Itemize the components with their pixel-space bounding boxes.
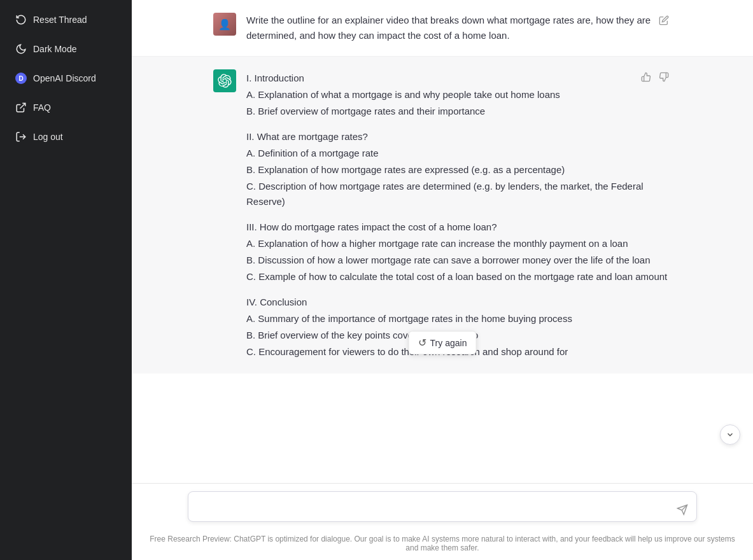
outline-point: B. Explanation of how mortgage rates are…	[246, 162, 672, 178]
outline-point: C. Example of how to calculate the total…	[246, 269, 672, 284]
send-button[interactable]	[674, 501, 691, 518]
user-message-text: Write the outline for an explainer video…	[246, 13, 672, 43]
try-again-tooltip[interactable]: ↺ Try again	[409, 331, 477, 354]
outline-point: C. Description of how mortgage rates are…	[246, 179, 672, 209]
sidebar-item-label: OpenAI Discord	[33, 73, 96, 83]
outline-heading: II. What are mortgage rates?	[246, 129, 672, 144]
outline-point: A. Summary of the importance of mortgage…	[246, 311, 672, 326]
ai-message-content: I. IntroductionA. Explanation of what a …	[246, 69, 672, 361]
outline-point: A. Explanation of how a higher mortgage …	[246, 236, 672, 251]
chat-area[interactable]: 👤 Write the outline for an explainer vid…	[132, 0, 753, 483]
moon-icon	[15, 43, 27, 55]
outline-heading: I. Introduction	[246, 71, 672, 86]
user-message-actions	[656, 13, 672, 28]
outline-heading: IV. Conclusion	[246, 295, 672, 310]
outline-point: A. Definition of a mortgage rate	[246, 146, 672, 161]
thumbs-down-button[interactable]	[656, 69, 672, 85]
sidebar-item-label: FAQ	[33, 102, 51, 113]
scroll-down-button[interactable]	[720, 424, 740, 445]
footer: Free Research Preview: ChatGPT is optimi…	[132, 529, 753, 560]
thumbs-up-button[interactable]	[638, 69, 654, 85]
footer-text: Free Research Preview: ChatGPT is optimi…	[150, 535, 735, 552]
sidebar-item-faq[interactable]: FAQ	[5, 94, 127, 121]
svg-line-0	[20, 103, 25, 108]
outline-point: B. Brief overview of mortgage rates and …	[246, 104, 672, 119]
user-avatar: 👤	[213, 13, 236, 36]
outline-section: III. How do mortgage rates impact the co…	[246, 220, 672, 284]
outline-section: I. IntroductionA. Explanation of what a …	[246, 71, 672, 119]
external-link-icon	[15, 102, 27, 113]
outline-heading: III. How do mortgage rates impact the co…	[246, 220, 672, 235]
sidebar-item-label: Dark Mode	[33, 44, 76, 54]
reset-icon	[15, 14, 27, 25]
sidebar: Reset Thread Dark Mode D OpenAI Discord …	[0, 0, 132, 560]
ai-message: I. IntroductionA. Explanation of what a …	[132, 57, 753, 374]
sidebar-item-label: Reset Thread	[33, 15, 87, 25]
sidebar-item-label: Log out	[33, 132, 63, 142]
logout-icon	[15, 131, 27, 143]
input-wrapper	[188, 491, 697, 524]
try-again-label: Try again	[430, 338, 467, 348]
outline-point: A. Explanation of what a mortgage is and…	[246, 87, 672, 102]
discord-icon: D	[15, 73, 27, 84]
outline-section: II. What are mortgage rates?A. Definitio…	[246, 129, 672, 209]
user-message: 👤 Write the outline for an explainer vid…	[132, 0, 753, 57]
outline-point: B. Discussion of how a lower mortgage ra…	[246, 253, 672, 268]
ai-message-actions	[638, 69, 672, 85]
sidebar-item-reset-thread[interactable]: Reset Thread	[5, 6, 127, 33]
refresh-icon: ↺	[418, 337, 426, 349]
sidebar-item-logout[interactable]: Log out	[5, 123, 127, 150]
sidebar-item-openai-discord[interactable]: D OpenAI Discord	[5, 65, 127, 92]
input-area	[132, 483, 753, 529]
ai-avatar	[213, 69, 236, 92]
main-panel: 👤 Write the outline for an explainer vid…	[132, 0, 753, 560]
chat-input[interactable]	[188, 491, 697, 522]
edit-message-button[interactable]	[656, 13, 672, 28]
sidebar-item-dark-mode[interactable]: Dark Mode	[5, 36, 127, 62]
